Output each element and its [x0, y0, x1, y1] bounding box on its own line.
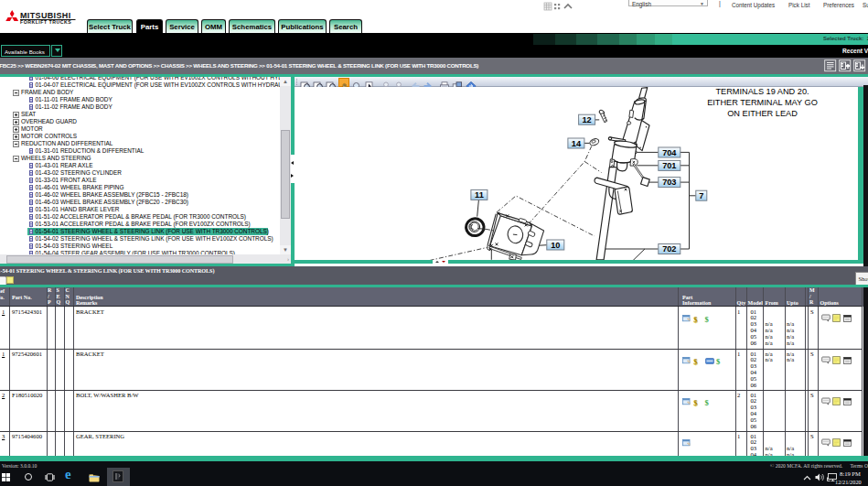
svg-text:10: 10 — [551, 241, 560, 250]
svg-text:7: 7 — [699, 191, 703, 200]
svg-text:ON EITHER LEAD: ON EITHER LEAD — [727, 109, 798, 118]
svg-text:701: 701 — [662, 161, 676, 170]
svg-text:FORKLIFT TRUCKS: FORKLIFT TRUCKS — [20, 19, 71, 24]
svg-text:EITHER TERMINAL MAY GO: EITHER TERMINAL MAY GO — [707, 98, 818, 107]
svg-text:703: 703 — [662, 178, 676, 187]
svg-text:11: 11 — [475, 190, 484, 200]
svg-text:704: 704 — [662, 148, 677, 157]
svg-text:702: 702 — [662, 244, 676, 254]
svg-text:12: 12 — [582, 115, 591, 124]
svg-text:14: 14 — [572, 139, 582, 148]
svg-text:TERMINALS 19 AND 20.: TERMINALS 19 AND 20. — [715, 87, 809, 96]
